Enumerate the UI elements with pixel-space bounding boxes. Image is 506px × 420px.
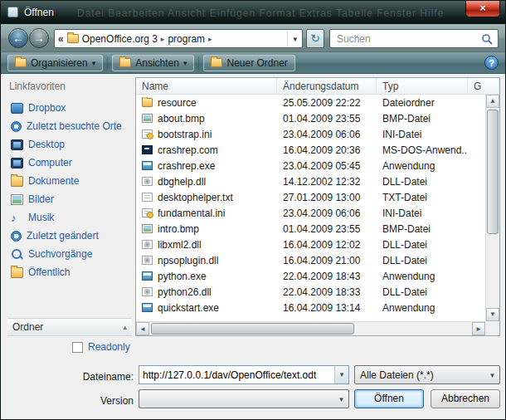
file-date: 01.04.2009 23:55 (277, 223, 377, 235)
scroll-right-icon[interactable]: ► (472, 322, 485, 335)
sidebar-item-zuletzt-geändert[interactable]: Zuletzt geändert (7, 227, 132, 245)
file-name-cell: fundamental.ini (136, 208, 277, 219)
readonly-option[interactable]: Readonly (72, 341, 130, 353)
breadcrumb-separator-icon[interactable]: ▸ (208, 35, 212, 43)
forward-button[interactable]: → (29, 28, 49, 48)
version-combo[interactable]: ▾ (139, 389, 349, 408)
new-folder-button[interactable]: Neuer Ordner (203, 55, 294, 71)
table-row[interactable]: quickstart.exe16.04.2009 13:14Anwendung (136, 300, 485, 315)
vertical-scroll-thumb[interactable] (487, 110, 499, 234)
sidebar-item-zuletzt-besuchte-orte[interactable]: Zuletzt besuchte Orte (7, 117, 132, 135)
titlebar[interactable]: Öffnen Datei Bearbeiten Ansicht Einfügen… (1, 1, 505, 24)
readonly-checkbox[interactable] (72, 342, 83, 353)
organize-button[interactable]: Organisieren ▾ (7, 55, 103, 71)
table-row[interactable]: python26.dll22.04.2009 18:33DLL-Datei (136, 284, 485, 300)
file-type: DLL-Datei (377, 176, 468, 188)
file-name: resource (158, 97, 197, 109)
file-name: python26.dll (158, 286, 212, 298)
table-row[interactable]: libxml2.dll16.04.2009 12:02DLL-Datei (136, 237, 485, 252)
file-name: python.exe (158, 271, 207, 282)
file-name-cell: intro.bmp (136, 223, 277, 235)
file-rows: resource25.05.2009 22:22Dateiordnerabout… (136, 95, 485, 321)
file-type: Anwendung (377, 160, 468, 172)
toolbar-separator (198, 56, 199, 70)
folders-expander[interactable]: Ordner ▴ (7, 318, 132, 336)
search-box[interactable] (329, 29, 499, 48)
sidebar-item-dokumente[interactable]: Dokumente (7, 172, 132, 190)
horizontal-scroll-thumb[interactable] (151, 323, 354, 335)
address-dropdown-icon[interactable]: ▾ (287, 32, 299, 46)
open-file-dialog: Öffnen Datei Bearbeiten Ansicht Einfügen… (0, 0, 506, 420)
table-row[interactable]: dbghelp.dll14.12.2002 12:32DLL-Datei (136, 173, 485, 189)
table-row[interactable]: crashrep.com16.04.2009 20:36MS-DOS-Anwen… (136, 142, 485, 158)
file-name: about.bmp (158, 113, 205, 125)
cancel-button[interactable]: Abbrechen (431, 389, 500, 408)
box-icon (11, 103, 23, 114)
sidebar-item-öffentlich[interactable]: Öffentlich (7, 263, 132, 281)
ini-file-icon (142, 208, 153, 217)
monitor-icon (11, 139, 23, 150)
file-date: 23.04.2009 06:06 (277, 129, 377, 140)
help-button[interactable]: ? (484, 56, 499, 70)
sidebar-item-bilder[interactable]: Bilder (7, 190, 132, 208)
filename-dropdown-icon[interactable]: ▾ (334, 366, 348, 383)
vertical-scrollbar[interactable]: ▲ ▼ (485, 95, 499, 321)
table-row[interactable]: python.exe22.04.2009 18:43Anwendung (136, 268, 485, 284)
filetype-combo[interactable]: Alle Dateien (*.*) ▾ (354, 365, 500, 384)
file-type: Anwendung (377, 302, 468, 314)
table-row[interactable]: desktophelper.txt27.01.2009 13:00TXT-Dat… (136, 189, 485, 205)
close-button[interactable]: × (465, 1, 500, 17)
dll-file-icon (142, 287, 153, 296)
table-row[interactable]: crashrep.exe23.04.2009 05:45Anwendung (136, 158, 485, 173)
doc-file-icon (142, 193, 153, 202)
sidebar-item-musik[interactable]: ♪Musik (7, 208, 132, 227)
column-header-size[interactable]: G (468, 78, 499, 94)
command-toolbar: Organisieren ▾ Ansichten ▾ Neuer Ordner … (1, 52, 505, 74)
refresh-button[interactable]: ↻ (306, 29, 324, 48)
breadcrumb-separator-icon[interactable]: ▸ (161, 35, 165, 43)
filename-combo[interactable]: ▾ (139, 365, 349, 384)
folders-label: Ordner (12, 321, 43, 333)
table-row[interactable]: fundamental.ini23.04.2009 06:06INI-Datei (136, 205, 485, 221)
sidebar-item-desktop[interactable]: Desktop (7, 135, 132, 154)
open-button[interactable]: Öffnen (354, 389, 424, 408)
horizontal-scrollbar[interactable]: ◄ ► (136, 321, 485, 335)
table-row[interactable]: intro.bmp01.04.2009 23:55BMP-Datei (136, 221, 485, 237)
column-header-date[interactable]: Änderungsdatum (277, 78, 377, 94)
file-name: intro.bmp (158, 223, 199, 235)
scroll-down-icon[interactable]: ▼ (486, 308, 499, 321)
breadcrumb-overflow-chevron[interactable]: « (58, 33, 64, 45)
filename-input[interactable] (139, 366, 334, 383)
scroll-left-icon[interactable]: ◄ (136, 322, 149, 335)
sidebar-item-label: Dropbox (28, 102, 66, 114)
file-date: 22.04.2009 18:33 (277, 286, 377, 298)
search-icon[interactable] (481, 33, 493, 45)
table-row[interactable]: about.bmp01.04.2009 23:55BMP-Datei (136, 110, 485, 126)
column-header-name[interactable]: Name (136, 78, 277, 94)
table-row[interactable]: bootstrap.ini23.04.2009 06:06INI-Datei (136, 126, 485, 142)
sidebar-item-computer[interactable]: Computer (7, 154, 132, 172)
file-type: DLL-Datei (377, 286, 468, 298)
sidebar-list: DropboxZuletzt besuchte OrteDesktopCompu… (7, 99, 132, 281)
file-name: crashrep.com (158, 144, 218, 156)
search-input[interactable] (335, 32, 481, 46)
sidebar-item-label: Zuletzt besuchte Orte (27, 120, 122, 132)
sidebar-item-label: Zuletzt geändert (27, 230, 99, 242)
file-name-cell: libxml2.dll (136, 239, 277, 251)
breadcrumb-item[interactable]: OpenOffice.org 3 (82, 33, 158, 45)
toolbar-separator (107, 56, 108, 70)
sidebar-item-dropbox[interactable]: Dropbox (7, 99, 132, 117)
back-button[interactable]: ← (8, 28, 28, 48)
table-row[interactable]: resource25.05.2009 22:22Dateiordner (136, 95, 485, 110)
folder-file-icon (142, 98, 153, 107)
file-name-cell: crashrep.com (136, 144, 277, 156)
views-button[interactable]: Ansichten ▾ (112, 55, 194, 71)
sidebar-item-suchvorgänge[interactable]: Suchvorgänge (7, 245, 132, 263)
breadcrumb-item[interactable]: program (168, 33, 205, 45)
monitor-icon (11, 158, 23, 168)
readonly-label[interactable]: Readonly (88, 341, 130, 353)
breadcrumb[interactable]: « OpenOffice.org 3 ▸ program ▸ ▾ (54, 29, 303, 48)
column-header-type[interactable]: Typ (377, 78, 468, 94)
scroll-up-icon[interactable]: ▲ (486, 95, 499, 108)
table-row[interactable]: npsoplugin.dll16.04.2009 21:00DLL-Datei (136, 252, 485, 268)
